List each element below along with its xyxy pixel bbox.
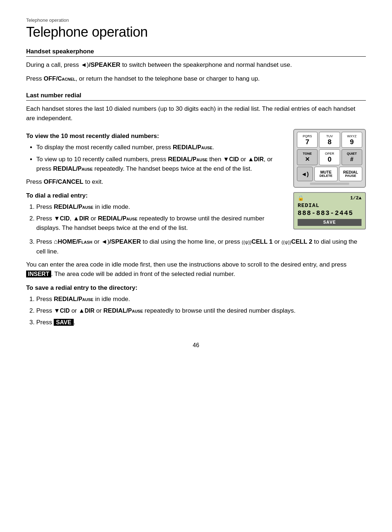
section-handset-speakerphone: Handset speakerphone During a call, pres…	[26, 48, 366, 84]
dial-redial-list: Press REDIAL/Pause in idle mode. Press ▼…	[36, 202, 282, 233]
lcd-redial-label: REDIAL	[298, 203, 362, 209]
dial-step-2: Press ▼CID, ▲DIR or REDIAL/Pause repeate…	[36, 214, 282, 233]
key-8: TUV 8	[319, 132, 340, 148]
key-redial-pause: REDIAL PAUSE	[339, 167, 362, 181]
dial-step-3-list: Press ⌂HOME/Flash or ◄)/SPEAKER to dial …	[36, 237, 366, 256]
lcd-top-row: 🔒 1/2▲	[298, 195, 362, 201]
save-step-3: Press SAVE.	[36, 318, 366, 327]
handset-para2: Press OFF/Cacnel, or return the handset …	[26, 74, 366, 84]
speaker-icon-step3: ◄)	[101, 238, 110, 245]
press-off-exit: Press OFF/CANCEL to exit.	[26, 177, 282, 187]
keypad-row-2: TONE ✕ OPER 0 QUIET #	[297, 149, 362, 165]
key-tone-star: TONE ✕	[297, 149, 318, 165]
save-step-2: Press ▼CID or ▲DIR or REDIAL/Pause repea…	[36, 306, 366, 316]
lcd-page-indicator: 1/2▲	[350, 195, 362, 201]
key-9: WXYZ 9	[342, 132, 362, 148]
view-numbers-col: To view the 10 most recently dialed numb…	[26, 127, 282, 236]
dial-step-1: Press REDIAL/Pause in idle mode.	[36, 202, 282, 212]
key-speaker: ◄)	[297, 167, 313, 181]
handset-para1: During a call, press ◄)/SPEAKER to switc…	[26, 60, 366, 70]
key-7: PQRS 7	[297, 132, 318, 148]
redial-pause-bold-3: REDIAL/Pause	[53, 165, 93, 172]
lcd-lock-icon: 🔒	[298, 195, 304, 201]
subheading-view: To view the 10 most recently dialed numb…	[26, 133, 282, 140]
area-code-para: You can enter the area code in idle mode…	[26, 260, 366, 279]
page-number: 46	[26, 342, 366, 349]
cell1-icon: ((ψ))	[242, 239, 252, 245]
down-cid: ▼CID	[223, 156, 239, 163]
off-bold-2: OFF/CANCEL	[44, 178, 83, 185]
cell2-icon: ((ψ))	[282, 239, 291, 245]
lcd-display: 🔒 1/2▲ REDIAL 888-883-2445 SAVE	[293, 192, 366, 230]
save-step-1: Press REDIAL/Pause in idle mode.	[36, 295, 366, 304]
speaker-icon-inline: ◄)	[81, 61, 89, 68]
dial-step-3: Press ⌂HOME/Flash or ◄)/SPEAKER to dial …	[36, 237, 366, 256]
key-quiet-hash: QUIET #	[342, 149, 362, 165]
page-title: Telephone operation	[26, 24, 366, 40]
up-dir: ▲DIR	[248, 156, 264, 163]
list-item-2: To view up to 10 recently called numbers…	[36, 155, 282, 174]
subheading-dial: To dial a redial entry:	[26, 192, 282, 199]
breadcrumb: Telephone operation	[26, 17, 366, 23]
key-0: OPER 0	[319, 149, 340, 165]
section-last-number-redial: Last number redial Each handset stores t…	[26, 92, 366, 328]
save-box: SAVE	[54, 319, 73, 326]
list-item-1: To display the most recently called numb…	[36, 143, 282, 152]
keypad-row-1: PQRS 7 TUV 8 WXYZ 9	[297, 132, 362, 148]
section-heading-handset: Handset speakerphone	[26, 48, 366, 57]
redial-pause-bold-1: REDIAL/Pause	[173, 144, 212, 151]
keypad-lcd-images: PQRS 7 TUV 8 WXYZ 9 TONE	[293, 129, 366, 230]
redial-pause-bold-2: REDIAL/Pause	[168, 156, 208, 163]
keypad-graphic: PQRS 7 TUV 8 WXYZ 9 TONE	[293, 129, 366, 188]
section-heading-redial: Last number redial	[26, 92, 366, 101]
keypad-row-3: ◄) MUTE DELETE REDIAL PAUSE	[297, 167, 362, 181]
off-bold: OFF/Cacnel	[44, 75, 75, 82]
key-mute-delete: MUTE DELETE	[314, 167, 338, 181]
speaker-bold: /SPEAKER	[89, 61, 121, 68]
home-flash-icon: ⌂	[54, 238, 58, 245]
save-redial-list: Press REDIAL/Pause in idle mode. Press ▼…	[36, 295, 366, 328]
lcd-save-button[interactable]: SAVE	[298, 219, 362, 226]
lcd-phone-number: 888-883-2445	[298, 210, 362, 217]
redial-intro: Each handset stores the last 10 dialed n…	[26, 104, 366, 123]
subheading-save: To save a redial entry to the directory:	[26, 284, 366, 292]
insert-box: INSERT	[26, 271, 51, 277]
view-numbers-list: To display the most recently called numb…	[36, 143, 282, 174]
